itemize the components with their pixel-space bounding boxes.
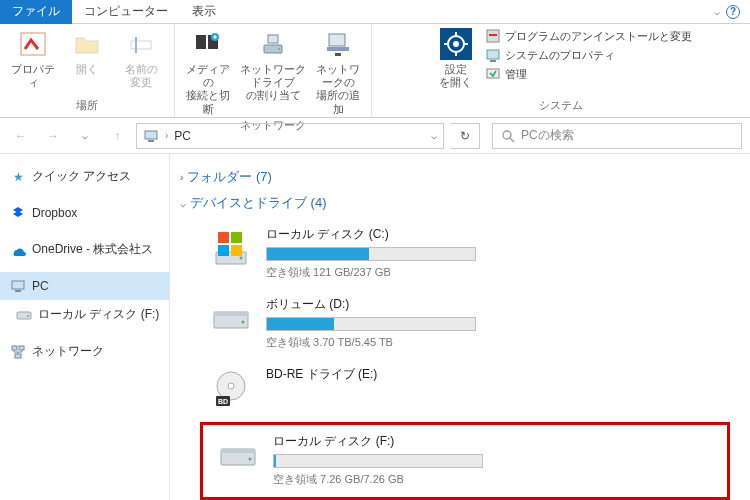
drive-name: ローカル ディスク (C:) <box>266 226 476 243</box>
expand-caret-icon: ⌵ <box>180 198 186 209</box>
svg-rect-3 <box>196 35 206 49</box>
drive-icon <box>16 307 32 323</box>
breadcrumb-sep-icon: › <box>165 130 168 141</box>
uninstall-programs-button[interactable]: プログラムのアンインストールと変更 <box>485 28 692 44</box>
tab-file[interactable]: ファイル <box>0 0 72 24</box>
refresh-button[interactable]: ↻ <box>450 123 480 149</box>
add-network-location-button[interactable]: ネットワークの 場所の追加 <box>313 28 363 116</box>
ribbon-collapse-icon[interactable]: ⌵ <box>714 6 720 17</box>
rename-icon <box>125 28 157 60</box>
svg-rect-7 <box>268 35 278 43</box>
ribbon: プロパティ 開く 名前の 変更 場所 メディアの 接 <box>0 24 750 118</box>
drive-item[interactable]: ローカル ディスク (F:)空き領域 7.26 GB/7.26 GB <box>203 427 727 497</box>
sidebar-item-local-f[interactable]: ローカル ディスク (F:) <box>0 300 169 329</box>
search-box[interactable]: PCの検索 <box>492 123 742 149</box>
drive-item[interactable]: BDBD-RE ドライブ (E:) <box>180 360 740 420</box>
network-location-icon <box>322 28 354 60</box>
pc-icon <box>10 278 26 294</box>
group-label-location: 場所 <box>76 96 98 115</box>
map-drive-icon <box>257 28 289 60</box>
system-properties-button[interactable]: システムのプロパティ <box>485 47 692 63</box>
open-folder-icon <box>71 28 103 60</box>
svg-rect-10 <box>327 47 349 51</box>
ribbon-tabs: ファイル コンピューター 表示 ⌵ ? <box>0 0 750 24</box>
dropbox-icon <box>10 205 26 221</box>
drive-free-space: 空き領域 121 GB/237 GB <box>266 265 476 280</box>
svg-point-50 <box>249 458 252 461</box>
svg-point-8 <box>278 48 280 50</box>
manage-button[interactable]: 管理 <box>485 66 692 82</box>
svg-point-45 <box>228 383 234 389</box>
star-icon: ★ <box>10 169 26 185</box>
address-dropdown-icon[interactable]: ⌵ <box>431 130 437 141</box>
recent-locations-button[interactable]: ⌵ <box>72 123 98 149</box>
svg-point-26 <box>503 131 511 139</box>
usage-bar <box>266 247 476 261</box>
svg-rect-29 <box>15 290 21 292</box>
drive-free-space: 空き領域 3.70 TB/5.45 TB <box>266 335 476 350</box>
sidebar-item-dropbox[interactable]: Dropbox <box>0 199 169 227</box>
group-header-devices[interactable]: ⌵ デバイスとドライブ (4) <box>180 194 740 212</box>
svg-line-27 <box>510 138 514 142</box>
svg-point-36 <box>240 257 243 260</box>
map-drive-button[interactable]: ネットワーク ドライブ の割り当て <box>237 28 309 103</box>
svg-rect-24 <box>145 131 157 139</box>
uninstall-icon <box>485 28 501 44</box>
properties-button[interactable]: プロパティ <box>8 28 58 89</box>
svg-text:BD: BD <box>218 398 228 405</box>
usage-bar <box>273 454 483 468</box>
usage-bar <box>266 317 476 331</box>
group-header-folders[interactable]: › フォルダー (7) <box>180 168 740 186</box>
open-button: 開く <box>62 28 112 76</box>
sidebar-item-onedrive[interactable]: OneDrive - 株式会社ス <box>0 235 169 264</box>
media-connect-button[interactable]: メディアの 接続と切断 <box>183 28 233 116</box>
breadcrumb-pc[interactable]: PC <box>174 129 191 143</box>
svg-point-43 <box>242 321 245 324</box>
up-button[interactable]: ↑ <box>104 123 130 149</box>
svg-rect-38 <box>231 232 242 243</box>
svg-rect-21 <box>487 50 499 59</box>
drive-item[interactable]: ローカル ディスク (C:)空き領域 121 GB/237 GB <box>180 220 740 290</box>
sidebar-item-quick-access[interactable]: ★ クイック アクセス <box>0 162 169 191</box>
svg-rect-20 <box>489 34 497 36</box>
svg-rect-30 <box>17 312 31 319</box>
group-label-system: システム <box>539 96 583 115</box>
svg-rect-32 <box>12 346 17 350</box>
sidebar-item-network[interactable]: ネットワーク <box>0 337 169 366</box>
tab-view[interactable]: 表示 <box>180 0 228 24</box>
svg-rect-33 <box>19 346 24 350</box>
svg-rect-34 <box>15 354 21 358</box>
navigation-pane: ★ クイック アクセス Dropbox OneDrive - 株式会社ス PC … <box>0 154 170 500</box>
tab-computer[interactable]: コンピューター <box>72 0 180 24</box>
collapse-caret-icon: › <box>180 172 183 183</box>
pc-icon <box>143 128 159 144</box>
open-settings-button[interactable]: 設定 を開く <box>431 28 481 89</box>
svg-rect-9 <box>329 34 345 46</box>
navigation-bar: ← → ⌵ ↑ › PC ⌵ ↻ PCの検索 <box>0 118 750 154</box>
drive-icon <box>210 228 252 270</box>
svg-rect-40 <box>231 245 242 256</box>
svg-rect-37 <box>218 232 229 243</box>
help-icon[interactable]: ? <box>726 5 740 19</box>
svg-rect-28 <box>12 281 24 289</box>
drive-icon <box>210 298 252 340</box>
forward-button[interactable]: → <box>40 123 66 149</box>
back-button[interactable]: ← <box>8 123 34 149</box>
svg-rect-22 <box>490 60 496 62</box>
drive-icon: BD <box>210 368 252 410</box>
address-bar[interactable]: › PC ⌵ <box>136 123 444 149</box>
drive-item[interactable]: ボリューム (D:)空き領域 3.70 TB/5.45 TB <box>180 290 740 360</box>
network-icon <box>10 344 26 360</box>
drive-free-space: 空き領域 7.26 GB/7.26 GB <box>273 472 483 487</box>
svg-rect-11 <box>335 53 341 56</box>
svg-point-31 <box>27 315 29 317</box>
sidebar-item-pc[interactable]: PC <box>0 272 169 300</box>
svg-point-14 <box>453 41 459 47</box>
body: ★ クイック アクセス Dropbox OneDrive - 株式会社ス PC … <box>0 154 750 500</box>
svg-rect-49 <box>221 449 255 453</box>
search-placeholder: PCの検索 <box>521 127 574 144</box>
ribbon-group-network: メディアの 接続と切断 ネットワーク ドライブ の割り当て ネットワークの 場所… <box>175 24 372 117</box>
search-icon <box>501 129 515 143</box>
rename-button: 名前の 変更 <box>116 28 166 89</box>
drive-name: BD-RE ドライブ (E:) <box>266 366 377 383</box>
